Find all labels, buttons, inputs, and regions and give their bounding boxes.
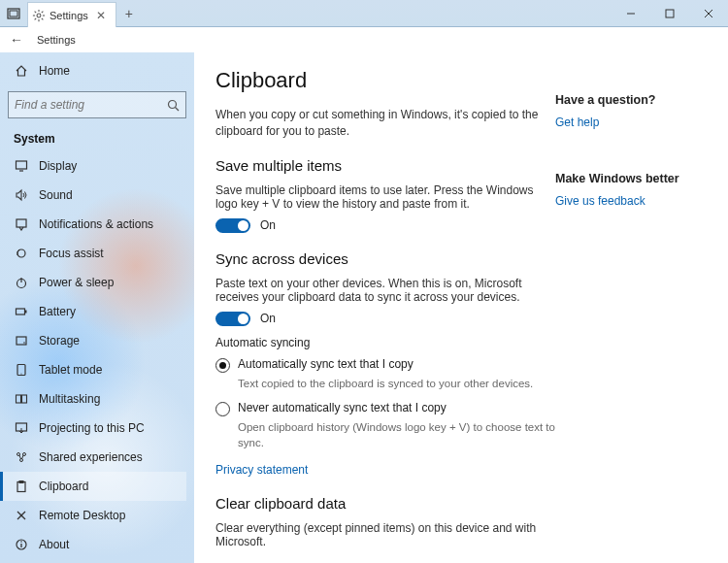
search-input[interactable] xyxy=(15,98,167,112)
sidebar-item-label: Remote Desktop xyxy=(39,509,125,522)
svg-rect-24 xyxy=(25,311,27,314)
svg-point-42 xyxy=(20,541,22,543)
about-icon xyxy=(14,538,29,551)
sidebar-item-label: Storage xyxy=(39,334,80,348)
sidebar-item-label: Sound xyxy=(39,188,73,202)
sidebar-home-label: Home xyxy=(39,64,70,78)
sync-toggle[interactable]: On xyxy=(215,312,555,326)
display-icon xyxy=(14,159,29,173)
tablet-icon xyxy=(14,363,29,377)
gear-icon xyxy=(32,9,46,22)
storage-icon xyxy=(14,334,29,348)
save-heading: Save multiple items xyxy=(215,157,555,174)
sidebar-item-tablet[interactable]: Tablet mode xyxy=(8,355,186,384)
sync-toggle-state: On xyxy=(260,312,276,325)
page-intro: When you copy or cut something in Window… xyxy=(215,107,555,140)
page-title: Clipboard xyxy=(215,68,555,93)
sidebar-item-label: Multitasking xyxy=(39,392,100,406)
tab-close-button[interactable]: ✕ xyxy=(92,9,110,22)
sidebar-item-storage[interactable]: Storage xyxy=(8,326,186,355)
svg-rect-29 xyxy=(17,395,21,403)
app-title: Settings xyxy=(37,34,76,46)
sidebar-item-label: Display xyxy=(39,159,77,173)
sidebar-item-display[interactable]: Display xyxy=(8,151,186,181)
radio-never-sync[interactable]: Never automatically sync text that I cop… xyxy=(215,401,555,416)
window-titlebar: Settings ✕ + xyxy=(0,0,728,27)
svg-rect-1 xyxy=(10,11,17,17)
privacy-link[interactable]: Privacy statement xyxy=(215,463,308,477)
sidebar-item-sound[interactable]: Sound xyxy=(8,181,186,210)
sidebar-item-shared[interactable]: Shared experiences xyxy=(8,443,186,472)
sidebar-home[interactable]: Home xyxy=(8,56,186,85)
radio-auto-sync[interactable]: Automatically sync text that I copy xyxy=(215,357,555,373)
sidebar-item-multitask[interactable]: Multitasking xyxy=(8,384,186,414)
toggle-on-icon xyxy=(215,312,250,326)
radio2-desc: Open clipboard history (Windows logo key… xyxy=(238,420,555,450)
svg-point-2 xyxy=(37,14,41,17)
sidebar-item-label: About xyxy=(39,538,69,551)
projecting-icon xyxy=(14,421,29,435)
sidebar-item-label: Tablet mode xyxy=(39,363,102,377)
multitask-icon xyxy=(14,392,29,406)
sidebar-item-label: Projecting to this PC xyxy=(39,421,145,435)
save-toggle[interactable]: On xyxy=(215,218,555,233)
back-button[interactable]: ← xyxy=(10,32,23,48)
save-toggle-state: On xyxy=(260,218,276,232)
auto-sync-label: Automatic syncing xyxy=(215,336,555,349)
radio-unselected-icon xyxy=(215,402,230,416)
sidebar-item-power[interactable]: Power & sleep xyxy=(8,268,186,297)
aside-panel: Have a question? Get help Make Windows b… xyxy=(555,68,701,563)
window-close-button[interactable] xyxy=(689,0,728,26)
sidebar-item-notifications[interactable]: Notifications & actions xyxy=(8,210,186,239)
tab-title: Settings xyxy=(50,10,88,21)
svg-rect-12 xyxy=(666,10,674,17)
feedback-link[interactable]: Give us feedback xyxy=(555,194,645,208)
sidebar-item-focus[interactable]: Focus assist xyxy=(8,239,186,268)
remote-icon xyxy=(14,509,29,522)
svg-point-39 xyxy=(20,514,22,516)
battery-icon xyxy=(14,305,29,318)
search-box[interactable] xyxy=(8,91,186,118)
svg-point-26 xyxy=(23,342,25,344)
main-content: Clipboard When you copy or cut something… xyxy=(194,52,728,563)
svg-line-10 xyxy=(42,11,44,13)
clear-desc: Clear everything (except pinned items) o… xyxy=(215,521,555,548)
sidebar-item-label: Notifications & actions xyxy=(39,217,153,231)
svg-line-7 xyxy=(35,11,37,13)
sidebar-item-clipboard[interactable]: Clipboard xyxy=(0,472,186,501)
sidebar-item-remote[interactable]: Remote Desktop xyxy=(8,501,186,530)
sidebar-group-title: System xyxy=(8,128,186,151)
svg-line-9 xyxy=(35,17,37,19)
toggle-on-icon xyxy=(215,218,250,233)
sidebar-item-about[interactable]: About xyxy=(8,530,186,559)
svg-rect-30 xyxy=(22,395,27,403)
window-minimize-button[interactable] xyxy=(612,0,650,26)
save-desc: Save multiple clipboard items to use lat… xyxy=(215,183,555,211)
sidebar-item-projecting[interactable]: Projecting to this PC xyxy=(8,414,186,443)
sidebar-item-label: Power & sleep xyxy=(39,276,114,289)
sound-icon xyxy=(14,188,29,202)
notifications-icon xyxy=(14,217,29,231)
new-tab-button[interactable]: + xyxy=(116,0,142,26)
focus-icon xyxy=(14,247,29,260)
window-maximize-button[interactable] xyxy=(650,0,689,26)
svg-rect-23 xyxy=(17,309,25,315)
shared-icon xyxy=(14,450,29,464)
clear-heading: Clear clipboard data xyxy=(215,495,555,512)
browser-tab-settings[interactable]: Settings ✕ xyxy=(27,2,116,27)
radio1-desc: Text copied to the clipboard is synced t… xyxy=(238,377,555,392)
sidebar-item-battery[interactable]: Battery xyxy=(8,297,186,326)
sidebar-item-label: Focus assist xyxy=(39,247,104,260)
get-help-link[interactable]: Get help xyxy=(555,116,599,129)
clipboard-icon xyxy=(14,480,29,493)
sidebar-item-label: Battery xyxy=(39,305,76,318)
svg-line-16 xyxy=(176,107,180,111)
svg-line-8 xyxy=(42,17,44,19)
sidebar: Home System DisplaySoundNotifications & … xyxy=(0,52,194,563)
sidebar-item-label: Shared experiences xyxy=(39,450,143,464)
power-icon xyxy=(14,276,29,289)
taskview-icon[interactable] xyxy=(0,0,27,26)
radio2-label: Never automatically sync text that I cop… xyxy=(238,401,447,414)
svg-rect-25 xyxy=(17,337,26,345)
radio-selected-icon xyxy=(215,358,230,373)
